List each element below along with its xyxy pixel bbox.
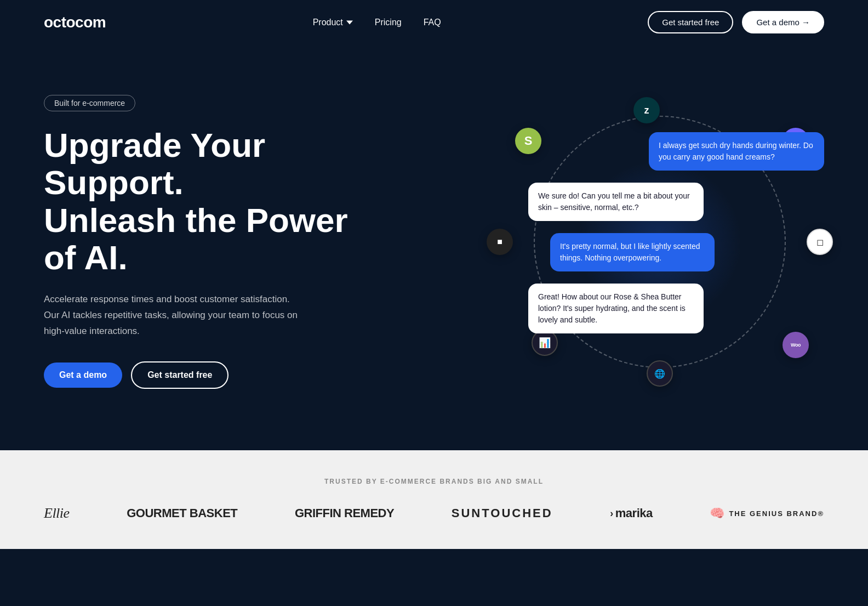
- chat-bubble-3: It's pretty normal, but I like lightly s…: [550, 233, 715, 271]
- logo[interactable]: octocom: [44, 14, 106, 31]
- chat-bubble-1: I always get such dry hands during winte…: [649, 132, 824, 171]
- brand-gourmet: GOURMET BASKET: [127, 506, 237, 520]
- chat-bubble-2: We sure do! Can you tell me a bit about …: [528, 183, 704, 221]
- brand-griffin: GRIFFIN REMEDY: [295, 506, 394, 520]
- brand-ellie: Ellie: [44, 505, 70, 522]
- hero-badge: Built for e-commerce: [44, 95, 135, 111]
- zendesk-icon: z: [633, 97, 660, 123]
- brand-genius: 🧠 THE GENIUS BRAND®: [710, 506, 824, 520]
- trusted-section: TRUSTED BY E-COMMERCE BRANDS BIG AND SMA…: [0, 450, 868, 549]
- chat-bubble-4: Great! How about our Rose & Shea Butter …: [528, 284, 704, 333]
- hero-content: Built for e-commerce Upgrade Your Suppor…: [44, 95, 373, 388]
- brand-suntouched: SUNTOUCHED: [452, 506, 553, 520]
- hero-section: Built for e-commerce Upgrade Your Suppor…: [0, 44, 868, 450]
- hero-started-button[interactable]: Get started free: [131, 361, 229, 389]
- nav-faq[interactable]: FAQ: [424, 18, 441, 27]
- brand-marika: › marika: [610, 506, 652, 520]
- get-demo-button[interactable]: Get a demo →: [742, 11, 824, 33]
- hero-buttons: Get a demo Get started free: [44, 361, 373, 389]
- nav-pricing[interactable]: Pricing: [375, 18, 402, 27]
- get-started-free-button[interactable]: Get started free: [648, 11, 733, 33]
- chevron-down-icon: [346, 19, 353, 26]
- hero-demo-button[interactable]: Get a demo: [44, 363, 122, 388]
- hero-description: Accelerate response times and boost cust…: [44, 292, 307, 339]
- hero-title: Upgrade Your Support. Unleash the Power …: [44, 127, 373, 276]
- navbar: octocom Product Pricing FAQ Get started …: [0, 0, 868, 44]
- left-icon: ■: [487, 229, 513, 255]
- trusted-label: TRUSTED BY E-COMMERCE BRANDS BIG AND SMA…: [44, 478, 824, 485]
- chat-bubbles: I always get such dry hands during winte…: [528, 132, 824, 340]
- hero-visual: z S ■ 📊 🌐 Woo ◻ R I always get such dry …: [495, 99, 824, 384]
- nav-actions: Get started free Get a demo →: [648, 11, 824, 33]
- nav-product[interactable]: Product: [313, 18, 353, 27]
- bottom-center-icon: 🌐: [647, 360, 673, 387]
- brand-logos: Ellie GOURMET BASKET GRIFFIN REMEDY SUNT…: [44, 505, 824, 522]
- nav-links: Product Pricing FAQ: [313, 18, 441, 27]
